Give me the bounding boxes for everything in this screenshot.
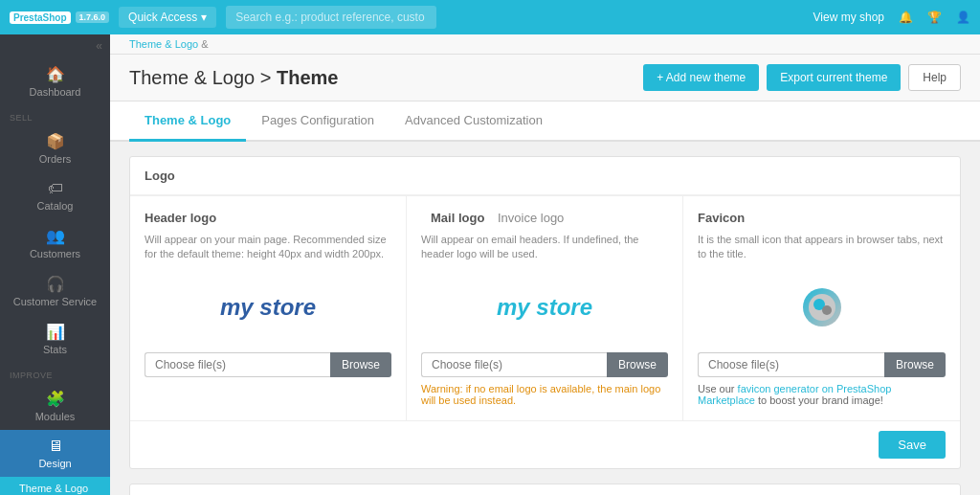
mail-logo-title: Mail logo Invoice logo <box>421 211 668 225</box>
logo-panel: Logo Header logo Will appear on your mai… <box>129 156 961 469</box>
sidebar-item-label: Orders <box>39 153 72 165</box>
export-current-theme-button[interactable]: Export current theme <box>767 64 901 91</box>
sidebar-item-orders[interactable]: 📦 Orders <box>0 124 110 172</box>
search-input[interactable] <box>226 6 436 29</box>
customers-icon: 👥 <box>46 227 65 245</box>
favicon-description: It is the small icon that appears in bro… <box>698 233 946 262</box>
mail-logo-description: Will appear on email headers. If undefin… <box>421 233 668 262</box>
invoice-logo-tab[interactable]: Invoice logo <box>498 211 564 225</box>
favicon-generator-link[interactable]: favicon generator on PrestaShop Marketpl… <box>698 383 891 406</box>
logo-save-row: Save <box>130 420 960 468</box>
favicon-browse-button[interactable]: Browse <box>884 352 946 377</box>
mail-logo-file-input[interactable] <box>421 352 607 377</box>
quick-access-button[interactable]: Quick Access ▾ <box>119 7 216 28</box>
dashboard-icon: 🏠 <box>46 65 65 83</box>
catalog-icon: 🏷 <box>48 180 63 197</box>
sidebar-item-dashboard[interactable]: 🏠 Dashboard <box>0 57 110 105</box>
nav-right: View my shop 🔔 🏆 👤 <box>813 11 970 24</box>
sidebar-item-label: Design <box>38 458 71 469</box>
view-shop-link[interactable]: View my shop <box>813 11 884 24</box>
sidebar-item-customer-service[interactable]: 🎧 Customer Service <box>0 267 110 315</box>
sidebar-item-catalog[interactable]: 🏷 Catalog <box>0 172 110 219</box>
sidebar: « 🏠 Dashboard SELL 📦 Orders 🏷 Catalog 👥 … <box>0 34 110 495</box>
page-title: Theme & Logo > Theme <box>129 67 643 89</box>
chevron-down-icon: ▾ <box>201 11 207 24</box>
mail-logo-column: Mail logo Invoice logo Will appear on em… <box>407 196 683 420</box>
svg-point-2 <box>822 305 832 315</box>
sidebar-item-label: Modules <box>35 411 76 422</box>
design-icon: 🖥 <box>48 438 63 455</box>
sidebar-item-customers[interactable]: 👥 Customers <box>0 219 110 267</box>
favicon-column: Favicon It is the small icon that appear… <box>683 196 960 420</box>
stats-icon: 📊 <box>46 323 65 341</box>
sidebar-item-label: Stats <box>43 344 67 355</box>
submenu-item-theme-logo[interactable]: Theme & Logo <box>0 477 110 495</box>
header-logo-browse-button[interactable]: Browse <box>330 352 391 377</box>
breadcrumb: Theme & Logo & <box>110 34 980 55</box>
header-logo-image: my store <box>220 294 316 321</box>
header-logo-upload: Browse <box>145 352 391 377</box>
favicon-file-input[interactable] <box>698 352 884 377</box>
favicon-title: Favicon <box>698 211 946 225</box>
sidebar-item-label: Customer Service <box>13 296 97 307</box>
sidebar-item-stats[interactable]: 📊 Stats <box>0 315 110 363</box>
trophy-icon[interactable]: 🏆 <box>927 11 942 24</box>
sidebar-item-label: Customers <box>30 248 80 259</box>
sidebar-item-modules[interactable]: 🧩 Modules <box>0 382 110 430</box>
sidebar-collapse-button[interactable]: « <box>0 34 110 57</box>
favicon-upload: Browse <box>698 352 946 377</box>
mail-logo-preview: my store <box>421 274 668 341</box>
favicon-image <box>803 288 841 326</box>
sidebar-item-label: Dashboard <box>30 86 81 98</box>
help-button[interactable]: Help <box>908 64 961 91</box>
add-new-theme-button[interactable]: + Add new theme <box>643 64 759 91</box>
mail-logo-image: my store <box>497 294 592 321</box>
tab-pages-configuration[interactable]: Pages Configuration <box>246 101 390 142</box>
header-logo-description: Will appear on your main page. Recommend… <box>145 233 391 262</box>
logo-section-title: Logo <box>130 157 960 195</box>
orders-icon: 📦 <box>46 132 65 150</box>
main-content: Theme & Logo & Theme & Logo > Theme + Ad… <box>110 34 980 495</box>
breadcrumb-parent[interactable]: Theme & Logo <box>129 38 198 50</box>
logo-area: PrestaShop 1.7.6.0 <box>10 11 109 24</box>
mail-logo-browse-button[interactable]: Browse <box>607 352 668 377</box>
mail-logo-upload: Browse <box>421 352 668 377</box>
tab-bar: Theme & Logo Pages Configuration Advance… <box>110 101 980 142</box>
sidebar-item-design[interactable]: 🖥 Design <box>0 430 110 477</box>
favicon-svg <box>808 293 836 322</box>
top-navigation: PrestaShop 1.7.6.0 Quick Access ▾ View m… <box>0 0 980 34</box>
breadcrumb-separator: & <box>201 38 208 50</box>
header-logo-title: Header logo <box>145 211 391 225</box>
content-area: Logo Header logo Will appear on your mai… <box>110 142 980 495</box>
user-icon[interactable]: 👤 <box>956 11 970 24</box>
mail-logo-tab[interactable]: Mail logo <box>431 211 484 225</box>
notifications-icon[interactable]: 🔔 <box>899 11 913 24</box>
header-buttons: + Add new theme Export current theme Hel… <box>643 64 961 91</box>
tab-advanced-customization[interactable]: Advanced Customization <box>390 101 558 142</box>
header-logo-file-input[interactable] <box>145 352 330 377</box>
mail-logo-warning: Warning: if no email logo is available, … <box>421 383 668 406</box>
save-button[interactable]: Save <box>879 431 946 459</box>
favicon-info: Use our favicon generator on PrestaShop … <box>698 383 946 406</box>
prestashop-logo: PrestaShop <box>10 11 71 24</box>
logo-section: Header logo Will appear on your main pag… <box>130 195 960 420</box>
design-submenu: Theme & Logo Theme Catalog Email Theme P… <box>0 477 110 495</box>
favicon-preview <box>698 274 946 341</box>
header-logo-preview: my store <box>145 274 391 341</box>
page-header: Theme & Logo > Theme + Add new theme Exp… <box>110 55 980 101</box>
header-logo-column: Header logo Will appear on your main pag… <box>130 196 407 420</box>
sidebar-section-improve: IMPROVE <box>0 363 110 382</box>
version-badge: 1.7.6.0 <box>76 11 110 23</box>
tab-theme-logo[interactable]: Theme & Logo <box>129 101 246 142</box>
modules-icon: 🧩 <box>46 390 65 408</box>
sidebar-item-label: Catalog <box>37 200 74 212</box>
my-theme-section: My theme for My shop shop <box>129 484 961 495</box>
customer-service-icon: 🎧 <box>46 275 65 293</box>
sidebar-section-sell: SELL <box>0 105 110 124</box>
